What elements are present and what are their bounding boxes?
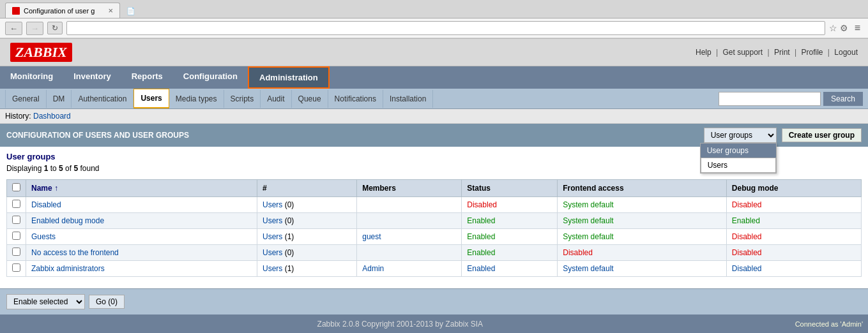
subnav-scripts[interactable]: Scripts [224, 90, 261, 108]
col-checkbox [7, 180, 26, 197]
member-link[interactable]: guest [362, 232, 381, 241]
row-checkbox-4[interactable] [12, 263, 20, 272]
col-status: Status [462, 180, 558, 197]
subnav-dm[interactable]: DM [47, 90, 72, 108]
users-count-link[interactable]: Users [263, 200, 282, 209]
group-name-link[interactable]: Guests [31, 232, 56, 241]
search-box: Search [719, 92, 863, 106]
sort-name-link[interactable]: Name ↑ [31, 184, 58, 193]
status-link[interactable]: Enabled [467, 248, 495, 257]
sub-nav: General DM Authentication Users Media ty… [0, 89, 868, 109]
debug-link[interactable]: Disabled [732, 264, 762, 273]
debug-link[interactable]: Disabled [732, 200, 762, 209]
subnav-users[interactable]: Users [133, 89, 169, 108]
member-link[interactable]: Admin [362, 264, 384, 273]
app-header: ZABBIX Help | Get support | Print | Prof… [0, 39, 868, 66]
subnav-notifications[interactable]: Notifications [328, 90, 383, 108]
tab-close-btn[interactable]: × [108, 6, 113, 15]
subnav-general[interactable]: General [5, 90, 47, 108]
users-count-link[interactable]: Users [263, 248, 282, 257]
col-name: Name ↑ [26, 180, 257, 197]
dropdown-item-usergroups[interactable]: User groups [701, 144, 776, 158]
new-tab-icon: 📄 [126, 7, 135, 15]
subnav-installation[interactable]: Installation [383, 90, 433, 108]
group-name-link[interactable]: Disabled [31, 200, 61, 209]
main-nav: Monitoring Inventory Reports Configurati… [0, 66, 868, 89]
subnav-queue[interactable]: Queue [292, 90, 328, 108]
new-tab-btn[interactable]: 📄 [120, 4, 142, 18]
footer-copyright: Zabbix 2.0.8 Copyright 2001-2013 by Zabb… [5, 320, 795, 329]
group-name-link[interactable]: No access to the frontend [31, 248, 119, 257]
select-all-checkbox[interactable] [12, 183, 20, 191]
frontend-link[interactable]: System default [563, 200, 613, 209]
go-button[interactable]: Go (0) [89, 295, 125, 309]
nav-inventory[interactable]: Inventory [63, 66, 121, 89]
forward-btn[interactable]: → [26, 22, 43, 35]
search-button[interactable]: Search [823, 92, 863, 106]
breadcrumb-item[interactable]: Dashboard [33, 112, 71, 121]
logout-link[interactable]: Logout [834, 48, 858, 57]
status-link[interactable]: Enabled [467, 232, 495, 241]
browser-menu-btn[interactable]: ≡ [852, 22, 863, 34]
url-bar[interactable]: 10.12.33.57/zabbix/usergrps.php?ddreset=… [66, 21, 825, 35]
browser-tab[interactable]: Configuration of user g × [5, 3, 120, 18]
connected-as: Connected as 'Admin' [795, 320, 863, 328]
create-user-group-btn[interactable]: Create user group [782, 128, 862, 142]
status-link[interactable]: Disabled [467, 200, 497, 209]
view-dropdown-container: User groups Users User groups Users [704, 128, 777, 143]
frontend-link[interactable]: System default [563, 216, 613, 225]
table-row: No access to the frontendUsers (0)Enable… [7, 245, 862, 261]
app-footer: Zabbix 2.0.8 Copyright 2001-2013 by Zabb… [0, 314, 868, 333]
nav-reports[interactable]: Reports [121, 66, 173, 89]
get-support-link[interactable]: Get support [723, 48, 763, 57]
refresh-btn[interactable]: ↻ [47, 22, 63, 34]
users-count-link[interactable]: Users [263, 232, 282, 241]
debug-link[interactable]: Enabled [732, 216, 760, 225]
users-count-link[interactable]: Users [263, 264, 282, 273]
dropdown-item-users[interactable]: Users [701, 158, 776, 173]
dropdown-menu: User groups Users [700, 143, 777, 174]
subnav-authentication[interactable]: Authentication [72, 90, 133, 108]
row-checkbox-2[interactable] [12, 232, 20, 240]
profile-link[interactable]: Profile [801, 48, 823, 57]
frontend-link[interactable]: System default [563, 264, 613, 273]
help-link[interactable]: Help [696, 48, 712, 57]
users-count-link[interactable]: Users [263, 216, 282, 225]
table-header-row: Name ↑ # Members Status Frontend access … [7, 180, 862, 197]
col-members: Members [357, 180, 462, 197]
group-name-link[interactable]: Zabbix administrators [31, 264, 105, 273]
col-frontend-access: Frontend access [558, 180, 727, 197]
row-checkbox-1[interactable] [12, 216, 20, 224]
row-checkbox-3[interactable] [12, 248, 20, 256]
bookmark-icon: ☆ [829, 23, 837, 33]
table-row: Zabbix administratorsUsers (1)AdminEnabl… [7, 261, 862, 277]
col-hash: # [257, 180, 357, 197]
frontend-link[interactable]: Disabled [563, 248, 593, 257]
debug-link[interactable]: Disabled [732, 232, 762, 241]
bottom-bar: Enable selected Disable selected Delete … [0, 288, 868, 314]
search-input[interactable] [719, 92, 821, 106]
nav-configuration[interactable]: Configuration [173, 66, 248, 89]
breadcrumb-prefix: History: [5, 112, 31, 121]
subnav-audit[interactable]: Audit [261, 90, 291, 108]
status-link[interactable]: Enabled [467, 216, 495, 225]
zabbix-logo: ZABBIX [10, 43, 72, 62]
back-btn[interactable]: ← [5, 22, 22, 35]
page-config-title: CONFIGURATION OF USERS AND USER GROUPS [6, 131, 189, 140]
header-links: Help | Get support | Print | Profile | L… [696, 48, 858, 57]
status-link[interactable]: Enabled [467, 264, 495, 273]
group-name-link[interactable]: Enabled debug mode [31, 216, 104, 225]
subnav-mediatypes[interactable]: Media types [169, 90, 224, 108]
table-row: Enabled debug modeUsers (0)EnabledSystem… [7, 213, 862, 229]
col-debug-mode: Debug mode [726, 180, 861, 197]
nav-monitoring[interactable]: Monitoring [0, 66, 63, 89]
frontend-link[interactable]: System default [563, 232, 613, 241]
debug-link[interactable]: Disabled [732, 248, 762, 257]
tab-title: Configuration of user g [24, 7, 95, 15]
view-dropdown[interactable]: User groups Users [704, 128, 777, 143]
print-link[interactable]: Print [774, 48, 790, 57]
action-select[interactable]: Enable selected Disable selected Delete … [6, 294, 85, 309]
nav-administration[interactable]: Administration [248, 66, 330, 89]
row-checkbox-0[interactable] [12, 200, 20, 208]
page-header-bar: CONFIGURATION OF USERS AND USER GROUPS U… [0, 124, 868, 147]
